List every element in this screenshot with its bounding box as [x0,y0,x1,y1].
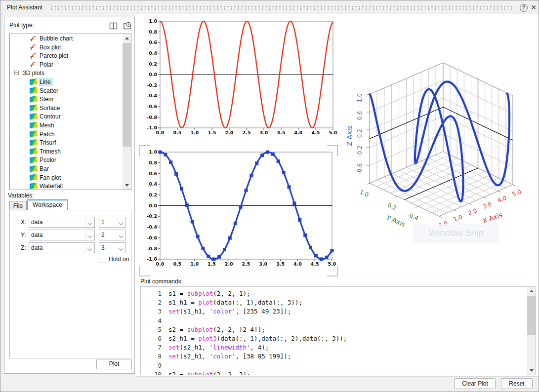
plot-assistant-dialog: Plot Assistant ? ✕ Plot type: Bubble cha… [0,0,539,392]
tree-scrollbar[interactable] [123,34,131,190]
y-variable-row: Y: data 2 [10,230,131,240]
tree-item-trisurf[interactable]: Trisurf [10,138,131,147]
scroll-down-icon[interactable] [527,366,536,375]
svg-text:5.0: 5.0 [329,130,337,135]
help-icon[interactable]: ? [520,4,528,12]
red-line-subplot[interactable]: 1.00.80.60.40.20.0-0.2-0.4-0.6-0.8-1.00.… [140,17,340,135]
code-line: 4 [141,316,527,325]
code-editor[interactable]: 1s1 = subplot(2, 2, 1);2s1_h1 = plot(dat… [140,286,536,375]
tree-item-box-plot[interactable]: Box plot [10,43,131,52]
svg-text:0.4: 0.4 [149,50,157,56]
scroll-up-icon[interactable] [527,287,536,295]
svg-text:0.0: 0.0 [156,261,165,267]
selection-bracket-br [327,266,338,276]
tree-item-label: Waterfall [39,182,65,190]
svg-text:3.0: 3.0 [482,200,493,210]
plot-type-tree[interactable]: Bubble chartBox plotPareto plotPolar3D p… [9,34,131,190]
code-line: 9 [141,361,527,370]
z-data-combo[interactable]: data [29,242,95,253]
tree-item-polar[interactable]: Polar [10,60,131,69]
chevron-down-icon[interactable] [117,231,125,239]
svg-text:1.0: 1.0 [149,18,157,24]
subplot3-svg[interactable]: 1.00.80.60.40.20.0-0.2-0.4-0.6-0.8-1.00.… [140,145,340,277]
tab-workspace[interactable]: Workspace [27,199,68,210]
chevron-down-icon[interactable] [117,243,125,252]
plot3d-icon [30,113,37,120]
tree-item-surface[interactable]: Surface [10,104,131,113]
tree-item-label: Line [39,78,53,86]
variables-panel: X: data 1 Y: data 2 Z: data 3 Hold on [9,210,131,358]
tree-item-3d-plots[interactable]: 3D plots [10,69,131,78]
subplot1-svg[interactable]: 1.00.80.60.40.20.0-0.2-0.4-0.6-0.8-1.00.… [140,17,340,135]
svg-text:0.0: 0.0 [156,130,165,135]
tree-item-label: Contour [39,113,63,120]
tree-item-waterfall[interactable]: Waterfall [10,182,131,190]
z-column-combo[interactable]: 3 [99,242,126,253]
dock-layout-icon[interactable] [108,21,119,32]
plot2d-icon [30,35,37,42]
plot3d-icon [30,87,37,94]
svg-text:4.5: 4.5 [311,261,319,267]
scroll-up-icon[interactable] [123,34,131,42]
selection-bracket-tr [327,145,338,156]
svg-text:1.5: 1.5 [207,261,216,267]
hold-on-checkbox[interactable] [99,256,106,263]
blue-line-subplot[interactable]: 1.00.80.60.40.20.0-0.2-0.4-0.6-0.8-1.00.… [140,145,340,277]
drag-handle-dots[interactable] [50,5,513,10]
plot2d-icon [30,61,37,68]
tree-item-pareto-plot[interactable]: Pareto plot [10,51,131,60]
svg-text:0.2: 0.2 [149,61,157,67]
code-scrollbar-thumb[interactable] [527,296,536,335]
svg-text:5.0: 5.0 [511,188,522,197]
tree-item-line[interactable]: Line [10,78,131,86]
svg-text:0.2: 0.2 [386,201,397,211]
tab-file[interactable]: File [9,201,27,210]
left-panel: Plot type: Bubble chartBox plotPareto pl… [4,17,135,374]
plot2d-icon [30,52,37,59]
tree-scrollbar-thumb[interactable] [123,43,131,147]
x-data-combo[interactable]: data [29,217,95,228]
tree-item-stem[interactable]: Stem [10,95,131,104]
history-icon[interactable] [122,21,133,32]
chevron-down-icon[interactable] [117,218,125,227]
tree-item-scatter[interactable]: Scatter [10,86,131,95]
tree-item-fan-plot[interactable]: Fan plot [10,173,131,182]
svg-text:1.0: 1.0 [359,189,370,198]
svg-text:0.5: 0.5 [173,261,181,267]
svg-text:4.0: 4.0 [293,261,302,267]
window-title: Plot Assistant [7,4,42,11]
x-column-combo[interactable]: 1 [99,217,126,228]
tree-item-label: Scatter [39,87,60,95]
chevron-down-icon[interactable] [85,218,94,227]
plot3d-icon [30,183,37,190]
close-icon[interactable]: ✕ [529,3,538,12]
line-3d-subplot[interactable]: 1.00.60.2-0.2-0.61.00.2-0.40.01.02.03.04… [341,50,539,247]
y-column-combo[interactable]: 2 [99,230,126,240]
svg-text:4.5: 4.5 [312,130,320,135]
tree-item-mesh[interactable]: Mesh [10,121,131,130]
y-data-combo[interactable]: data [29,230,95,240]
tree-item-patch[interactable]: Patch [10,130,131,139]
tree-item-label: Polar [39,61,55,69]
clear-plot-button[interactable]: Clear Plot [455,378,496,389]
collapse-icon[interactable] [14,71,19,75]
tree-item-label: 3D plots [22,69,46,77]
code-scrollbar[interactable] [527,287,536,375]
scroll-down-icon[interactable] [123,181,131,190]
chevron-down-icon[interactable] [85,243,94,252]
svg-text:0.2: 0.2 [149,192,157,197]
tree-item-bar[interactable]: Bar [10,164,131,173]
reset-button[interactable]: Reset [501,378,533,389]
tree-item-contour[interactable]: Contour [10,112,131,121]
chevron-down-icon[interactable] [85,231,94,239]
tree-item-pcolor[interactable]: Pcolor [10,156,131,164]
tree-item-label: Mesh [39,121,56,129]
svg-text:-0.8: -0.8 [147,115,157,120]
plot-button[interactable]: Plot [96,359,132,369]
tree-item-bubble-chart[interactable]: Bubble chart [10,34,131,43]
svg-text:-0.6: -0.6 [356,163,363,174]
tree-item-trimesh[interactable]: Trimesh [10,147,131,156]
plot3d-icon [30,148,37,155]
subplot2_4-svg[interactable]: 1.00.60.2-0.2-0.61.00.2-0.40.01.02.03.04… [341,50,539,247]
titlebar[interactable]: Plot Assistant ? ✕ [0,0,539,14]
